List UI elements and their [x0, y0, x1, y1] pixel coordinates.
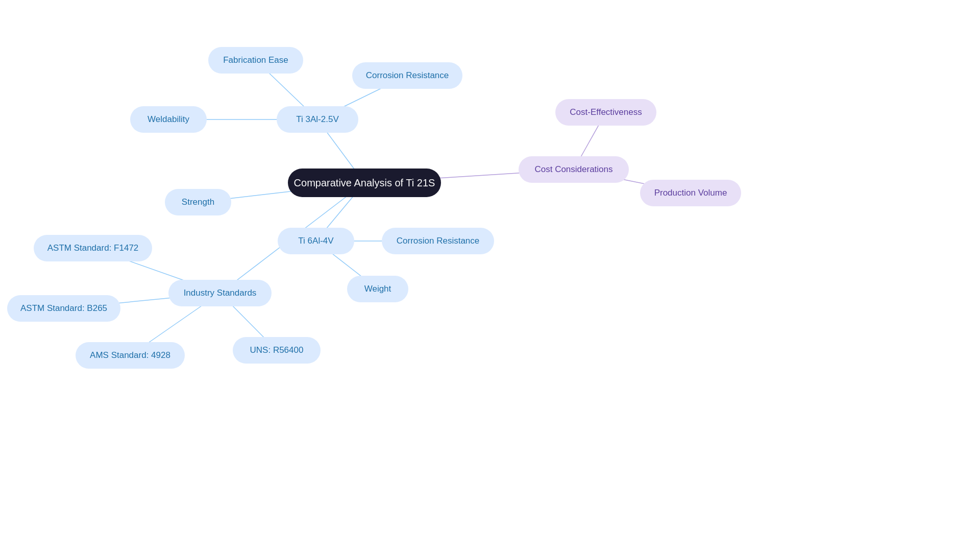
node-cost-considerations[interactable]: Cost Considerations: [519, 156, 629, 183]
node-cost-effectiveness[interactable]: Cost-Effectiveness: [555, 99, 656, 126]
node-astm2[interactable]: ASTM Standard: B265: [7, 295, 120, 322]
node-uns[interactable]: UNS: R56400: [233, 337, 321, 364]
node-ti6al[interactable]: Ti 6Al-4V: [278, 228, 354, 254]
node-industry[interactable]: Industry Standards: [168, 280, 272, 306]
node-corrosion1[interactable]: Corrosion Resistance: [352, 62, 462, 89]
node-weldability[interactable]: Weldability: [130, 106, 207, 133]
center-node[interactable]: Comparative Analysis of Ti 21S: [288, 169, 441, 197]
node-ti3al[interactable]: Ti 3Al-2.5V: [277, 106, 358, 133]
node-weight[interactable]: Weight: [347, 276, 408, 302]
node-strength[interactable]: Strength: [165, 189, 231, 215]
node-fabrication[interactable]: Fabrication Ease: [208, 47, 303, 74]
node-ams[interactable]: AMS Standard: 4928: [76, 342, 185, 369]
node-production-volume[interactable]: Production Volume: [640, 180, 741, 206]
node-astm1[interactable]: ASTM Standard: F1472: [34, 235, 152, 261]
node-corrosion2[interactable]: Corrosion Resistance: [382, 228, 494, 254]
